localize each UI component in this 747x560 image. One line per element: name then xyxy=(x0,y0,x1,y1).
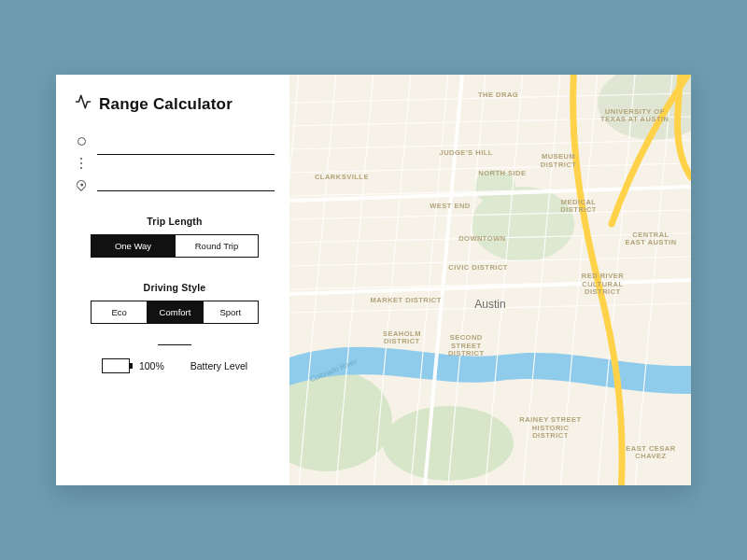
style-comfort-button[interactable]: Comfort xyxy=(147,301,202,323)
battery-icon xyxy=(102,358,130,373)
district-label: RAINEY STREET HISTORIC DISTRICT xyxy=(514,416,588,440)
trip-length-label: Trip Length xyxy=(75,216,275,227)
trip-one-way-button[interactable]: One Way xyxy=(92,235,175,257)
district-label: SECOND STREET DISTRICT xyxy=(438,334,494,357)
district-label: SEAHOLM DISTRICT xyxy=(376,329,428,345)
sidebar: Range Calculator Trip Length One Way Rou… xyxy=(56,75,289,485)
district-label: WEST END xyxy=(430,203,471,210)
driving-style-segmented: Eco Comfort Sport xyxy=(91,301,259,324)
district-label: NORTH SIDE xyxy=(478,169,526,176)
activity-icon xyxy=(75,93,92,115)
app-card: Range Calculator Trip Length One Way Rou… xyxy=(56,75,691,485)
city-label: Austin xyxy=(474,298,505,311)
district-label: DOWNTOWN xyxy=(458,235,506,243)
district-label: RED RIVER CULTURAL DISTRICT xyxy=(570,273,635,296)
page-title-text: Range Calculator xyxy=(99,95,233,114)
destination-input[interactable] xyxy=(97,172,275,191)
style-eco-button[interactable]: Eco xyxy=(92,301,147,323)
route-markers xyxy=(75,135,88,191)
district-label: MARKET DISTRICT xyxy=(371,297,442,304)
district-label: CLARKSVILLE xyxy=(315,174,369,181)
origin-input[interactable] xyxy=(97,135,275,155)
divider xyxy=(158,344,191,345)
battery-percent: 100% xyxy=(139,360,164,371)
route-dots-icon xyxy=(80,158,82,169)
district-label: JUDGE'S HILL xyxy=(440,148,493,156)
route-inputs xyxy=(75,135,275,191)
district-label: CIVIC DISTRICT xyxy=(448,264,508,272)
page-title: Range Calculator xyxy=(75,93,275,115)
svg-point-4 xyxy=(383,406,514,481)
district-label: MEDICAL DISTRICT xyxy=(553,199,604,215)
battery-row: 100% Battery Level xyxy=(75,358,275,373)
battery-label: Battery Level xyxy=(190,360,247,371)
district-label: THE DRAG xyxy=(478,91,518,99)
destination-icon xyxy=(75,178,88,191)
origin-icon xyxy=(78,137,86,146)
trip-round-trip-button[interactable]: Round Trip xyxy=(175,235,258,257)
district-label: UNIVERSITY OF TEXAS AT AUSTIN xyxy=(593,108,677,124)
district-label: CENTRAL EAST AUSTIN xyxy=(623,231,679,247)
district-label: MUSEUM DISTRICT xyxy=(530,153,586,169)
driving-style-label: Driving Style xyxy=(75,282,275,293)
style-sport-button[interactable]: Sport xyxy=(203,301,258,323)
trip-length-segmented: One Way Round Trip xyxy=(91,234,259,258)
map[interactable]: THE DRAG UNIVERSITY OF TEXAS AT AUSTIN J… xyxy=(289,75,691,485)
district-label: EAST CESAR CHAVEZ xyxy=(623,445,679,461)
